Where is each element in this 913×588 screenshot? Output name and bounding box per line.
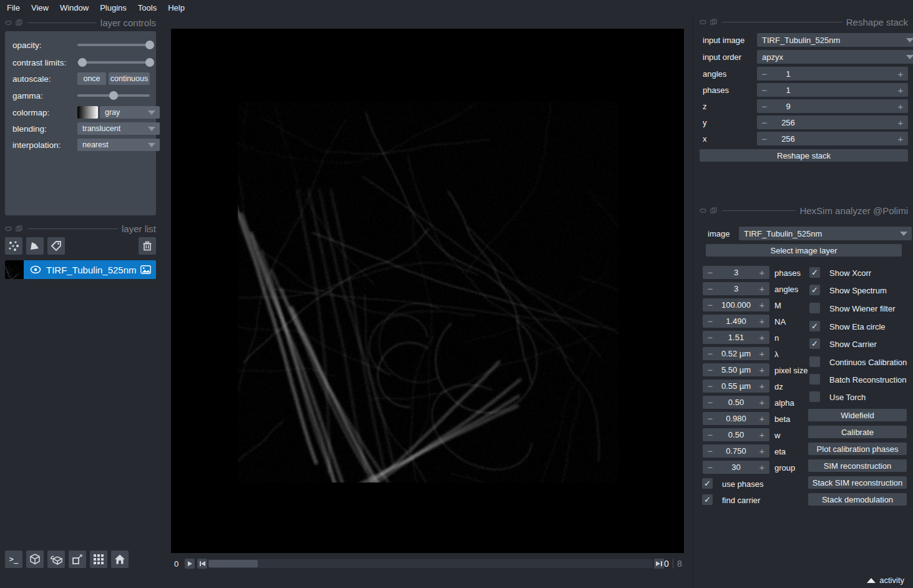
hide-panel-icon[interactable] bbox=[700, 207, 706, 214]
decrement-icon[interactable]: − bbox=[704, 331, 716, 344]
show-spectrum-checkbox[interactable]: ✓ bbox=[809, 285, 820, 295]
decrement-icon[interactable]: − bbox=[704, 380, 716, 393]
grid-view-button[interactable] bbox=[90, 551, 107, 568]
show-carrier-checkbox[interactable]: ✓ bbox=[809, 338, 820, 349]
decrement-icon[interactable]: − bbox=[758, 67, 771, 81]
increment-icon[interactable]: + bbox=[756, 266, 768, 279]
find-carrier-checkbox[interactable]: ✓ bbox=[702, 494, 713, 505]
hexsim-phases-value[interactable]: 3 bbox=[715, 266, 757, 279]
increment-icon[interactable]: + bbox=[756, 380, 768, 393]
hexsim-w-spinbox[interactable]: − 0.50 + bbox=[703, 428, 769, 441]
decrement-icon[interactable]: − bbox=[704, 396, 716, 409]
hexsim-phases-spinbox[interactable]: − 3 + bbox=[703, 266, 769, 279]
activity-indicator[interactable]: activity bbox=[867, 576, 904, 585]
hexsim-dz-value[interactable]: 0.55 µm bbox=[715, 380, 757, 393]
hexsim-m-value[interactable]: 100.000 bbox=[715, 298, 757, 311]
hexsim-w-value[interactable]: 0.50 bbox=[715, 428, 757, 441]
phases-spinbox[interactable]: − 1 + bbox=[757, 83, 908, 97]
increment-icon[interactable]: + bbox=[894, 99, 907, 113]
menu-view[interactable]: View bbox=[26, 3, 54, 12]
home-reset-view-button[interactable] bbox=[111, 551, 129, 568]
input-image-combobox[interactable]: TIRF_Tubulin_525nm bbox=[757, 33, 913, 47]
hexsim-lambda-value[interactable]: 0.52 µm bbox=[715, 347, 757, 360]
hexsim-group-value[interactable]: 30 bbox=[715, 461, 757, 474]
gamma-slider[interactable] bbox=[77, 89, 150, 102]
hexsim-na-spinbox[interactable]: − 1.490 + bbox=[703, 315, 769, 328]
increment-icon[interactable]: + bbox=[894, 83, 907, 97]
menu-help[interactable]: Help bbox=[162, 3, 190, 12]
menu-file[interactable]: File bbox=[1, 3, 26, 12]
phases-value[interactable]: 1 bbox=[769, 83, 807, 97]
show-eta-circle-checkbox[interactable]: ✓ bbox=[809, 321, 820, 331]
hexsim-alpha-spinbox[interactable]: − 0.50 + bbox=[703, 396, 769, 409]
hexsim-m-spinbox[interactable]: − 100.000 + bbox=[703, 298, 769, 311]
show-wiener-filter-checkbox[interactable] bbox=[809, 303, 820, 313]
interpolation-combobox[interactable]: nearest bbox=[77, 139, 160, 151]
increment-icon[interactable]: + bbox=[756, 282, 768, 295]
decrement-icon[interactable]: − bbox=[704, 461, 716, 474]
hexsim-n-value[interactable]: 1.51 bbox=[715, 331, 757, 344]
float-panel-icon[interactable] bbox=[16, 19, 22, 26]
menu-plugins[interactable]: Plugins bbox=[94, 3, 132, 12]
decrement-icon[interactable]: − bbox=[704, 298, 716, 311]
hide-panel-icon[interactable] bbox=[5, 19, 12, 26]
decrement-icon[interactable]: − bbox=[704, 428, 716, 441]
hexsim-beta-spinbox[interactable]: − 0.980 + bbox=[703, 412, 769, 425]
hexsim-dz-spinbox[interactable]: − 0.55 µm + bbox=[703, 380, 769, 393]
contrast-slider-track[interactable] bbox=[77, 61, 150, 64]
roll-dimensions-button[interactable] bbox=[47, 551, 65, 568]
z-value[interactable]: 9 bbox=[769, 99, 807, 113]
blending-combobox[interactable]: translucent bbox=[77, 122, 160, 135]
decrement-icon[interactable]: − bbox=[704, 412, 716, 425]
contrast-limits-slider[interactable] bbox=[77, 56, 150, 69]
contrast-low-handle[interactable] bbox=[78, 58, 87, 67]
contrast-high-handle[interactable] bbox=[145, 58, 154, 67]
decrement-icon[interactable]: − bbox=[704, 444, 716, 458]
increment-icon[interactable]: + bbox=[894, 67, 907, 81]
show-xcorr-checkbox[interactable]: ✓ bbox=[809, 267, 820, 278]
select-image-layer-button[interactable]: Select image layer bbox=[706, 244, 902, 257]
hexsim-eta-spinbox[interactable]: − 0.750 + bbox=[703, 444, 769, 458]
increment-icon[interactable]: + bbox=[756, 428, 768, 441]
new-labels-layer-button[interactable] bbox=[47, 237, 65, 255]
new-shapes-layer-button[interactable] bbox=[26, 237, 44, 255]
use-phases-checkbox[interactable]: ✓ bbox=[702, 478, 713, 489]
hexsim-lambda-spinbox[interactable]: − 0.52 µm + bbox=[703, 347, 769, 360]
batch-reconstruction-checkbox[interactable] bbox=[809, 374, 820, 385]
decrement-icon[interactable]: − bbox=[758, 83, 771, 97]
hexsim-beta-value[interactable]: 0.980 bbox=[715, 412, 757, 425]
decrement-icon[interactable]: − bbox=[758, 132, 771, 145]
viewer-canvas[interactable] bbox=[171, 29, 684, 553]
stack-sim-reconstruction-button[interactable]: Stack SIM reconstruction bbox=[808, 476, 907, 489]
increment-icon[interactable]: + bbox=[756, 363, 768, 376]
panel-splitter[interactable] bbox=[692, 15, 693, 588]
increment-icon[interactable]: + bbox=[756, 315, 768, 328]
menu-window[interactable]: Window bbox=[54, 3, 94, 12]
hexsim-angles-value[interactable]: 3 bbox=[715, 282, 757, 295]
calibrate-button[interactable]: Calibrate bbox=[808, 426, 907, 438]
angles-value[interactable]: 1 bbox=[769, 67, 807, 81]
hexsim-group-spinbox[interactable]: − 30 + bbox=[703, 461, 769, 474]
decrement-icon[interactable]: − bbox=[758, 99, 771, 113]
hexsim-na-value[interactable]: 1.490 bbox=[715, 315, 757, 328]
decrement-icon[interactable]: − bbox=[704, 266, 716, 279]
hexsim-n-spinbox[interactable]: − 1.51 + bbox=[703, 331, 769, 344]
increment-icon[interactable]: + bbox=[756, 444, 768, 458]
increment-icon[interactable]: + bbox=[756, 331, 768, 344]
y-spinbox[interactable]: − 256 + bbox=[757, 115, 908, 129]
float-panel-icon[interactable] bbox=[710, 207, 717, 214]
decrement-icon[interactable]: − bbox=[758, 115, 771, 129]
hide-panel-icon[interactable] bbox=[5, 225, 12, 232]
hexsim-image-combobox[interactable]: TIRF_Tubulin_525nm bbox=[739, 227, 912, 240]
reshape-stack-button[interactable]: Reshape stack bbox=[700, 149, 908, 162]
decrement-icon[interactable]: − bbox=[704, 347, 716, 360]
autoscale-once-button[interactable]: once bbox=[77, 72, 106, 85]
colormap-combobox[interactable]: gray bbox=[100, 106, 160, 119]
new-points-layer-button[interactable] bbox=[5, 237, 22, 255]
input-order-combobox[interactable]: apzyx bbox=[757, 50, 913, 64]
hexsim-alpha-value[interactable]: 0.50 bbox=[715, 396, 757, 409]
layer-row-tirf-tubulin[interactable]: TIRF_Tubulin_525nm bbox=[5, 260, 156, 279]
opacity-slider-track[interactable] bbox=[77, 44, 150, 46]
opacity-slider-handle[interactable] bbox=[145, 41, 154, 49]
increment-icon[interactable]: + bbox=[756, 298, 768, 311]
